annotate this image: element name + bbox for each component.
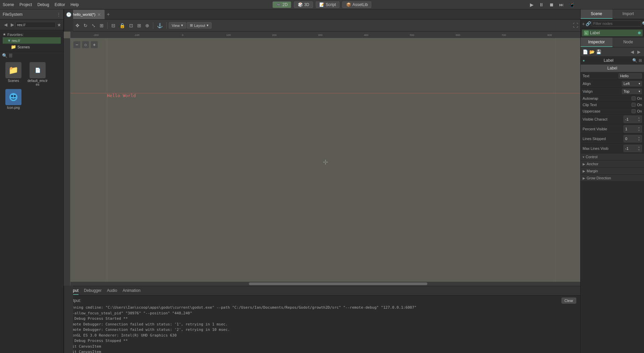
lock-btn[interactable]: 🔒	[118, 22, 127, 29]
file-label-icon: Icon.png	[7, 106, 20, 109]
search-icon-btn[interactable]: 🔍	[2, 53, 7, 58]
inspector-new-btn[interactable]: 📄	[583, 49, 588, 54]
menu-scene[interactable]: Scene	[3, 2, 14, 7]
history-icon[interactable]: 🕐	[65, 11, 73, 18]
prop-align-value[interactable]: Left ▾	[622, 81, 642, 86]
mode-2d-button[interactable]: 🎮 2D	[272, 1, 291, 8]
favorites-label[interactable]: ★ Favorites:	[3, 32, 61, 37]
nav-forward-button[interactable]: ▶	[11, 22, 14, 27]
tab-add-button[interactable]: +	[105, 11, 112, 17]
filter-nodes-input[interactable]	[592, 20, 641, 27]
prop-autowrap-checkbox[interactable]: On	[632, 96, 642, 100]
canvas-zoom-controls: − ○ +	[73, 41, 98, 48]
menu-editor[interactable]: Editor	[55, 2, 65, 7]
node-tab[interactable]: Node	[612, 38, 644, 47]
prop-valign: Valign Top ▾	[581, 88, 644, 95]
transform-tool-btn[interactable]: ⊞	[98, 22, 105, 29]
menu-debug[interactable]: Debug	[37, 2, 49, 7]
zoom-reset-button[interactable]: ○	[82, 41, 89, 48]
play-button[interactable]: ▶	[528, 1, 536, 8]
prop-maxlinesvisib-value[interactable]: -1 ▲▼	[624, 145, 642, 152]
tree-item-res[interactable]: ▾ res://	[3, 37, 61, 44]
file-item-icon[interactable]: Icon.png	[3, 89, 24, 109]
section-margin-label: Margin	[587, 169, 598, 173]
search-nodes-button[interactable]: 🔍	[642, 21, 644, 26]
filesystem-header: FileSystem ⋮	[0, 9, 63, 19]
prop-visiblecharat-value[interactable]: -1 ▲▼	[624, 116, 642, 123]
pivot-btn[interactable]: ⊕	[144, 22, 151, 29]
mode-script-button[interactable]: 📝 Script	[316, 1, 340, 8]
zoom-in-button[interactable]: +	[91, 41, 98, 48]
ruler-mark-700: 700	[501, 34, 506, 37]
canvas-area[interactable]: -200 -100 0 100 200 300 400 500 600 700 …	[64, 32, 580, 286]
file-item-env[interactable]: 📄 default_env.tres	[27, 62, 48, 86]
list-view-icon-btn[interactable]: ☰	[9, 53, 13, 58]
section-control[interactable]: ▾ Control	[581, 153, 644, 161]
inspector-open-btn[interactable]: 📂	[589, 49, 595, 54]
menu-bar: Scene Project Debug Editor Help 🎮 2D 🎲 3…	[0, 0, 644, 9]
file-item-scenes[interactable]: 📁 Scenes	[3, 62, 24, 86]
stop-button[interactable]: ⏹	[547, 1, 556, 8]
add-node-button[interactable]: +	[582, 21, 585, 27]
scale-tool-btn[interactable]: ⤡	[90, 22, 97, 29]
inspector-save-btn[interactable]: 💾	[596, 49, 601, 54]
layout-button[interactable]: ⊞ Layout ▾	[187, 22, 212, 29]
fullscreen-button[interactable]: ⛶	[573, 23, 578, 29]
menu-project[interactable]: Project	[19, 2, 32, 7]
bookmark-icon[interactable]: ★	[57, 22, 61, 28]
mode-3d-button[interactable]: 🎲 3D	[294, 1, 313, 8]
prop-percentvisible-value[interactable]: 1 ▲▼	[624, 125, 642, 133]
canvas-hscroll-thumb[interactable]	[249, 282, 427, 285]
main-layout: FileSystem ⋮ ◀ ▶ res:// ★ ★ Favorites: ▾…	[0, 9, 644, 353]
prop-cliptext-checkbox[interactable]: On	[632, 103, 642, 107]
inspector-next-btn[interactable]: ▶	[636, 49, 642, 55]
inspector-search-btn[interactable]: 🔍	[632, 58, 637, 63]
rotate-tool-btn[interactable]: ↻	[82, 22, 89, 29]
inspector-tab[interactable]: Inspector	[581, 38, 612, 47]
anchor-btn[interactable]: ⚓	[155, 22, 164, 29]
inspector-grid-btn[interactable]: ⊞	[639, 58, 642, 63]
zoom-out-button[interactable]: −	[73, 41, 80, 48]
move-tool-btn[interactable]: ✥	[74, 22, 81, 29]
prop-uppercase-checkbox[interactable]: On	[632, 109, 642, 113]
scene-tab[interactable]: Scene	[581, 9, 612, 19]
section-anchor[interactable]: ▶ Anchor	[581, 161, 644, 168]
ruler-mark-n200: -200	[93, 34, 99, 37]
clear-button[interactable]: Clear	[561, 298, 576, 304]
section-grow-direction[interactable]: ▶ Grow Direction	[581, 175, 644, 182]
bottom-tab-debugger[interactable]: Debugger	[84, 287, 102, 295]
scene-node-label[interactable]: L Label	[582, 30, 643, 36]
snap-btn[interactable]: ⊟	[110, 22, 117, 29]
prop-autowrap-label: Autowrap	[583, 96, 630, 100]
deploy-button[interactable]: 📱	[567, 1, 577, 8]
step-button[interactable]: ⏭	[557, 1, 566, 8]
canvas-hscroll[interactable]	[70, 282, 580, 286]
filesystem-menu-icon[interactable]: ⋮	[57, 12, 61, 17]
section-margin[interactable]: ▶ Margin	[581, 168, 644, 175]
link-node-button[interactable]: 🔗	[586, 21, 591, 26]
cliptext-check-icon	[632, 103, 636, 107]
tree-item-scenes[interactable]: 📁 Scenes	[3, 44, 61, 50]
import-tab[interactable]: Import	[612, 9, 644, 19]
label-group-title: Label	[607, 66, 617, 71]
inspector-prev-btn[interactable]: ◀	[629, 49, 635, 55]
pause-button[interactable]: ⏸	[537, 1, 546, 8]
godot-icon-file	[5, 89, 21, 105]
bottom-tabs: Output Debugger Audio Animation	[64, 286, 580, 296]
prop-text: Text Hello	[581, 72, 644, 80]
toolbar-separator-1	[107, 22, 108, 29]
prop-linesskipped-value[interactable]: 0 ▲▼	[624, 135, 642, 142]
bottom-tab-audio[interactable]: Audio	[107, 287, 117, 295]
scene-actions: + 🔗 🔍	[581, 19, 644, 28]
prop-text-value[interactable]: Hello	[619, 73, 642, 79]
tab-close-button[interactable]: ✕	[97, 12, 101, 17]
prop-valign-value[interactable]: Top ▾	[622, 89, 642, 94]
view-button[interactable]: View ▾	[169, 22, 186, 29]
grid-btn[interactable]: ⊞	[136, 22, 143, 29]
mode-assetlib-button[interactable]: 📦 AssetLib	[342, 1, 372, 8]
menu-help[interactable]: Help	[70, 2, 79, 7]
group-btn[interactable]: ⊡	[127, 22, 135, 29]
bottom-tab-animation[interactable]: Animation	[122, 287, 140, 295]
nav-back-button[interactable]: ◀	[2, 21, 9, 29]
svg-point-2	[14, 95, 16, 97]
